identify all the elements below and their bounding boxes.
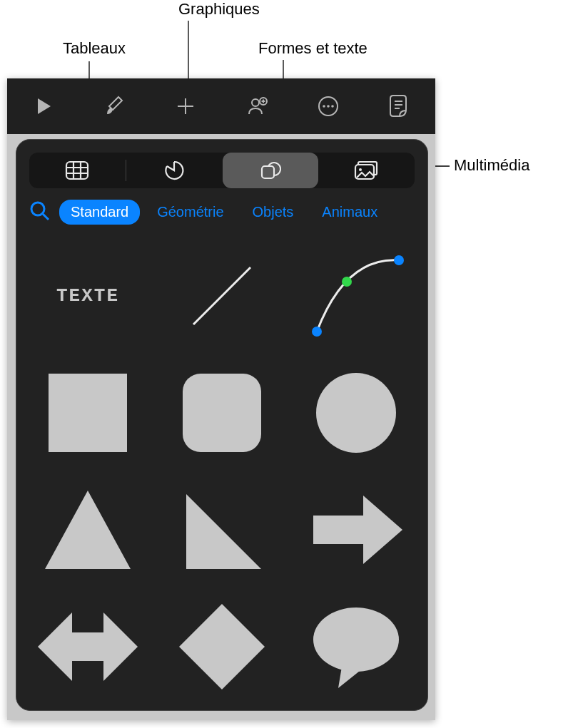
category-standard[interactable]: Standard (59, 200, 140, 225)
shape-circle[interactable] (292, 354, 420, 471)
right-triangle-icon (179, 487, 265, 573)
search-icon (29, 200, 51, 222)
svg-point-30 (394, 255, 404, 265)
triangle-icon (41, 487, 134, 573)
svg-point-6 (252, 99, 259, 106)
svg-point-11 (323, 105, 325, 108)
shape-speech-bubble[interactable] (292, 588, 420, 705)
play-button[interactable] (7, 96, 78, 117)
document-icon (389, 94, 410, 118)
more-button[interactable] (293, 95, 364, 118)
shape-right-triangle[interactable] (158, 471, 286, 588)
shape-rounded-square[interactable] (158, 354, 286, 471)
category-geometry[interactable]: Géométrie (146, 200, 235, 225)
format-brush-button[interactable] (78, 95, 150, 118)
shapes-tab[interactable] (223, 153, 319, 188)
shape-line[interactable] (158, 237, 286, 354)
svg-point-25 (31, 202, 44, 215)
category-objects[interactable]: Objets (241, 200, 305, 225)
shape-arrow-double[interactable] (24, 588, 152, 705)
svg-line-26 (43, 214, 49, 220)
media-tab[interactable] (318, 153, 415, 188)
svg-rect-31 (49, 374, 127, 452)
diamond-icon (176, 600, 268, 693)
insert-segmented-control (29, 153, 415, 188)
svg-rect-32 (183, 374, 261, 452)
charts-tab[interactable] (126, 153, 223, 188)
brush-icon (103, 95, 126, 118)
shape-triangle[interactable] (24, 471, 152, 588)
svg-point-33 (316, 373, 396, 453)
ellipsis-circle-icon (317, 95, 340, 118)
svg-point-24 (359, 168, 362, 171)
media-icon (354, 160, 380, 180)
play-icon (32, 96, 54, 117)
svg-point-28 (312, 327, 322, 337)
collaborate-button[interactable] (221, 95, 293, 118)
speech-bubble-icon (310, 604, 402, 689)
app-stage: Standard Géométrie Objets Animaux TEXTE (7, 78, 435, 720)
collaborate-icon (245, 95, 268, 118)
tables-tab[interactable] (29, 153, 126, 188)
curve-icon (303, 250, 410, 342)
square-icon (45, 370, 131, 456)
shape-square[interactable] (24, 354, 152, 471)
table-icon (65, 160, 89, 180)
svg-rect-17 (66, 162, 88, 179)
chart-icon (163, 160, 185, 181)
svg-point-29 (342, 277, 352, 287)
line-icon (179, 253, 265, 339)
svg-point-13 (331, 105, 334, 108)
shape-pentagon[interactable] (158, 705, 286, 711)
svg-rect-22 (262, 166, 274, 178)
insert-button[interactable] (150, 94, 221, 118)
text-shape-label: TEXTE (56, 285, 119, 307)
plus-icon (173, 94, 198, 118)
svg-point-12 (327, 105, 330, 108)
document-button[interactable] (364, 94, 435, 118)
shape-arrow-right[interactable] (292, 471, 420, 588)
search-button[interactable] (26, 200, 54, 225)
main-toolbar (7, 78, 435, 134)
shape-callout-rect[interactable] (24, 705, 152, 711)
insert-popover: Standard Géométrie Objets Animaux TEXTE (16, 139, 428, 711)
shape-curve[interactable] (292, 237, 420, 354)
category-animals[interactable]: Animaux (310, 200, 389, 225)
rounded-square-icon (179, 370, 265, 456)
svg-point-34 (313, 607, 399, 672)
category-row: Standard Géométrie Objets Animaux (26, 200, 419, 225)
arrow-right-icon (306, 487, 406, 573)
shape-diamond[interactable] (158, 588, 286, 705)
shape-text[interactable]: TEXTE (24, 237, 152, 354)
shapes-grid: TEXTE (16, 237, 427, 711)
circle-icon (313, 370, 399, 456)
svg-line-27 (193, 267, 250, 324)
shape-star[interactable] (292, 705, 420, 711)
shapes-icon (260, 160, 281, 181)
arrow-double-icon (34, 604, 141, 689)
